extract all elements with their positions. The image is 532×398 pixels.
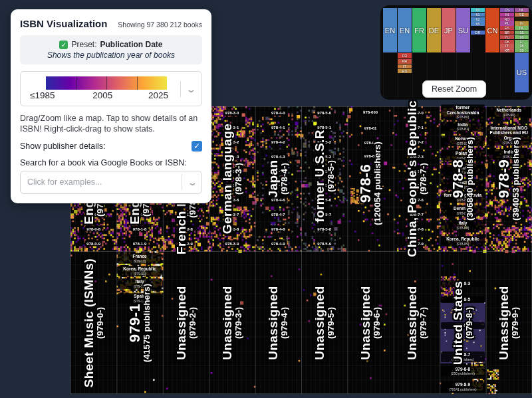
chevron-down-icon[interactable]: ⌄ bbox=[182, 84, 200, 94]
publisher-details-checkbox[interactable]: ✓ bbox=[192, 141, 202, 151]
minimap-cell-PL[interactable]: PL bbox=[500, 21, 514, 25]
minimap-cell-ES[interactable]: ES bbox=[398, 69, 412, 74]
minimap-cell-CS[interactable]: CS bbox=[500, 8, 514, 12]
minimap-cell-US[interactable]: US bbox=[515, 53, 529, 92]
minimap-cell-SE[interactable]: SE bbox=[515, 13, 529, 17]
color-gradient-bar bbox=[46, 76, 167, 90]
minimap-cell-ES[interactable]: ES bbox=[500, 26, 514, 30]
publisher-toggle-row: Show publisher details: ✓ bbox=[20, 141, 202, 151]
minimap-cell-65[interactable]: 65 bbox=[471, 21, 485, 26]
minimap-cell-IT[interactable]: IT bbox=[398, 64, 412, 69]
gradient-tick bbox=[76, 76, 77, 90]
minimap[interactable]: ENENFRKRITESFRDEJPSU60616265DRCNCSINNOPL… bbox=[380, 5, 532, 100]
page-title: ISBN Visualization bbox=[20, 18, 107, 29]
minimap-cell-FR[interactable]: FR bbox=[412, 8, 426, 52]
minimap-column-0: EN bbox=[383, 8, 397, 97]
minimap-column-7: CN bbox=[485, 8, 499, 97]
minimap-cell-95[interactable]: 95 bbox=[515, 31, 529, 35]
minimap-cell-98[interactable]: 98 bbox=[515, 44, 529, 48]
minimap-cell-KR[interactable]: KR bbox=[500, 49, 514, 52]
preset-check-icon: ✓ bbox=[59, 41, 68, 49]
minimap-cell-SU[interactable]: SU bbox=[456, 8, 470, 52]
reset-zoom-button[interactable]: Reset Zoom bbox=[422, 80, 486, 98]
minimap-cell-CN[interactable]: CN bbox=[485, 8, 499, 52]
help-text: Drag/Zoom like a map. Tap to show detail… bbox=[20, 113, 202, 135]
minimap-cell-YU[interactable]: YU bbox=[500, 35, 514, 39]
panel-header: ISBN Visualization Showing 97 380 212 bo… bbox=[20, 18, 202, 29]
minimap-cell-JP[interactable]: JP bbox=[442, 8, 456, 52]
divider bbox=[180, 81, 181, 97]
minimap-cell-blank[interactable] bbox=[515, 17, 529, 21]
isbn-visualization-app: 978-0-0978-0-1978-0-2978-0-3978-0-4978-0… bbox=[0, 0, 532, 398]
minimap-cell-blank[interactable] bbox=[471, 27, 485, 31]
minimap-cell-EN[interactable]: EN bbox=[383, 8, 397, 52]
publisher-toggle-label: Show publisher details: bbox=[20, 142, 106, 151]
legend-min-label: ≤1985 bbox=[30, 90, 55, 100]
legend[interactable]: ≤1985 2005 2025 ⌄ bbox=[20, 71, 202, 106]
minimap-cell-IN[interactable]: IN bbox=[515, 21, 529, 25]
legend-max-label: 2025 bbox=[148, 90, 168, 100]
legend-mid-label: 2005 bbox=[92, 90, 112, 100]
minimap-cell-DR[interactable]: DR bbox=[471, 31, 485, 35]
minimap-cell-NL[interactable]: NL bbox=[515, 8, 529, 12]
search-placeholder: Click for examples... bbox=[27, 177, 102, 187]
divider bbox=[182, 174, 182, 190]
minimap-cell-62[interactable]: 62 bbox=[471, 17, 485, 21]
minimap-cell-DK[interactable]: DK bbox=[500, 40, 514, 44]
minimap-cell-61[interactable]: 61 bbox=[471, 13, 485, 17]
legend-gradient-area: ≤1985 2005 2025 bbox=[26, 76, 178, 102]
minimap-cell-96[interactable]: 96 bbox=[515, 35, 529, 39]
minimap-cell-IT[interactable]: IT bbox=[500, 44, 514, 48]
minimap-cell-BR[interactable]: BR bbox=[500, 31, 514, 35]
minimap-column-9: NLSEINNL9596979899US bbox=[515, 8, 529, 97]
legend-labels: ≤1985 2005 2025 bbox=[26, 90, 178, 102]
search-label: Search for a book via Google Books or IS… bbox=[20, 158, 202, 167]
gradient-tick bbox=[137, 76, 138, 90]
minimap-cell-FR[interactable]: FR bbox=[398, 53, 412, 58]
minimap-cell-NL[interactable]: NL bbox=[515, 26, 529, 30]
preset-value: Publication Date bbox=[100, 40, 163, 49]
control-panel: ISBN Visualization Showing 97 380 212 bo… bbox=[11, 9, 211, 203]
minimap-cell-60[interactable]: 60 bbox=[471, 8, 485, 12]
minimap-cell-EN[interactable]: EN bbox=[398, 8, 412, 52]
books-count: Showing 97 380 212 books bbox=[118, 21, 202, 29]
minimap-column-8: CSINNOPLESBRYUDKITKR bbox=[500, 8, 514, 97]
search-select[interactable]: Click for examples... ⌄ bbox=[20, 171, 202, 194]
minimap-cell-DE[interactable]: DE bbox=[427, 8, 441, 52]
minimap-cell-KR[interactable]: KR bbox=[398, 59, 412, 64]
minimap-cell-97[interactable]: 97 bbox=[515, 40, 529, 44]
preset-description: Shows the publication year of books bbox=[25, 50, 197, 60]
gradient-tick bbox=[106, 76, 107, 90]
minimap-column-1: ENFRKRITES bbox=[398, 8, 412, 97]
minimap-cell-IN[interactable]: IN bbox=[500, 13, 514, 17]
minimap-cell-99[interactable]: 99 bbox=[515, 49, 529, 52]
preset-selector[interactable]: ✓ Preset: Publication Date Shows the pub… bbox=[20, 35, 202, 64]
preset-label: Preset: bbox=[71, 40, 96, 49]
minimap-cell-NO[interactable]: NO bbox=[500, 17, 514, 21]
chevron-down-icon: ⌄ bbox=[183, 177, 201, 187]
